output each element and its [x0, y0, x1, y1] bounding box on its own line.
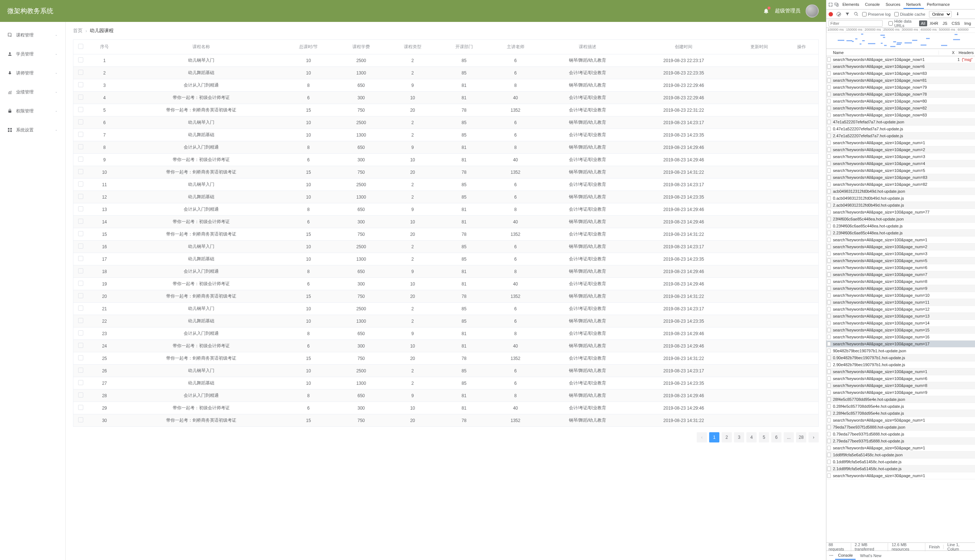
- request-row[interactable]: search?keywords=All&page_size=10&page_nu…: [827, 160, 975, 167]
- col-header-7[interactable]: 课程描述: [541, 40, 634, 54]
- select-all-checkbox[interactable]: [78, 44, 83, 49]
- row-checkbox[interactable]: [78, 330, 83, 335]
- request-row[interactable]: 2.23f4f606c6ae85c448ea.hot-update.js: [827, 230, 975, 237]
- request-row[interactable]: search?keywords=All&page_size=10&page_no…: [827, 98, 975, 105]
- request-row[interactable]: search?keywords=All&page_size=50&page_nu…: [827, 417, 975, 424]
- request-row[interactable]: search?keywords=All&page_size=100&page_n…: [827, 299, 975, 306]
- request-row[interactable]: 0.90e482b79bec190797b1.hot-update.js: [827, 355, 975, 362]
- request-row[interactable]: 90e482b79bec190797b1.hot-update.json: [827, 348, 975, 355]
- table-row[interactable]: 14带你一起考：初级会计师考证6300108140钢琴/舞蹈/幼儿教育2019-…: [73, 216, 819, 228]
- row-checkbox[interactable]: [78, 119, 83, 125]
- col-header-4[interactable]: 课程类型: [387, 40, 438, 54]
- col-header-0[interactable]: 序号: [88, 40, 121, 54]
- request-row[interactable]: 28f4e5c857708dd95e4e.hot-update.json: [827, 396, 975, 403]
- devtools-tab-sources[interactable]: Sources: [883, 1, 903, 9]
- col-header-2[interactable]: 总课时/节: [282, 40, 336, 54]
- row-checkbox[interactable]: [78, 368, 83, 373]
- request-row[interactable]: search?keywords=All&page_size=10&page_nu…: [827, 153, 975, 160]
- inspect-icon[interactable]: [828, 2, 833, 7]
- table-row[interactable]: 3会计从入门到精通86509818钢琴/舞蹈/幼儿教育2019-08-23 22…: [73, 79, 819, 92]
- filter-input[interactable]: [828, 20, 883, 27]
- request-row[interactable]: 2.28f4e5c857708dd95e4e.hot-update.js: [827, 410, 975, 417]
- col-header-9[interactable]: 更新时间: [733, 40, 785, 54]
- row-checkbox[interactable]: [78, 144, 83, 149]
- drawer-tab-whatsnew[interactable]: What's New: [857, 552, 884, 559]
- request-row[interactable]: search?keywords=All&page_size=10&page_no…: [827, 70, 975, 77]
- filter-type-all[interactable]: All: [919, 20, 927, 26]
- request-row[interactable]: search?keywords=All&page_size=100&page_n…: [827, 341, 975, 348]
- request-row[interactable]: 2.acb0498312312fd0b49d.hot-update.js: [827, 202, 975, 209]
- row-checkbox[interactable]: [78, 417, 83, 422]
- record-button[interactable]: [828, 12, 833, 17]
- table-row[interactable]: 2幼儿舞蹈基础1013002856会计/考证/职业教育2019-08-23 22…: [73, 67, 819, 79]
- devtools-tab-console[interactable]: Console: [862, 1, 883, 9]
- table-row[interactable]: 6幼儿钢琴入门1025002856钢琴/舞蹈/幼儿教育2019-08-23 14…: [73, 117, 819, 129]
- preserve-log-checkbox[interactable]: Preserve log: [862, 12, 891, 17]
- row-checkbox[interactable]: [78, 219, 83, 224]
- row-checkbox[interactable]: [78, 206, 83, 212]
- breadcrumb-home[interactable]: 首页: [73, 27, 83, 34]
- request-row[interactable]: search?keywords=All&page_size=10&page_no…: [827, 112, 975, 118]
- row-checkbox[interactable]: [78, 318, 83, 323]
- request-row[interactable]: search?keywords=All&page_size=10&page_no…: [827, 56, 975, 63]
- clear-button[interactable]: [837, 12, 841, 17]
- request-row[interactable]: search?keywords=All&page_size=100&page_n…: [827, 257, 975, 264]
- request-row[interactable]: 47e1a522207efefad7a7.hot-update.json: [827, 118, 975, 126]
- col-headers[interactable]: Headers: [957, 50, 975, 55]
- table-row[interactable]: 25带你一起考：剑桥商务英语初级考证1575020781352会计/考证/职业教…: [73, 352, 819, 365]
- table-row[interactable]: 23会计从入门到精通86509818会计/考证/职业教育2019-08-23 1…: [73, 327, 819, 340]
- request-row[interactable]: search?keywords=All&page_size=100&page_n…: [827, 320, 975, 327]
- table-row[interactable]: 1幼儿钢琴入门1025002856钢琴/舞蹈/幼儿教育2019-08-23 22…: [73, 54, 819, 67]
- row-checkbox[interactable]: [78, 231, 83, 236]
- table-row[interactable]: 21幼儿钢琴入门1025002856会计/考证/职业教育2019-08-23 1…: [73, 303, 819, 315]
- request-row[interactable]: search?keywords=All&page_size=100&page_n…: [827, 278, 975, 285]
- row-checkbox[interactable]: [78, 95, 83, 100]
- page-2[interactable]: 2: [722, 432, 732, 442]
- request-row[interactable]: 0.1dd8f9fcfa5e6a51458c.hot-update.js: [827, 458, 975, 465]
- upload-download-icon[interactable]: [955, 12, 960, 17]
- row-checkbox[interactable]: [78, 194, 83, 199]
- request-row[interactable]: search?keywords=All&page_size=100&page_n…: [827, 271, 975, 278]
- table-row[interactable]: 18会计从入门到精通86509818钢琴/舞蹈/幼儿教育2019-08-23 1…: [73, 265, 819, 278]
- request-row[interactable]: search?keywords=All&page_size=10&page_no…: [827, 91, 975, 98]
- request-row[interactable]: search?keywords=All&page_size=100&page_n…: [827, 327, 975, 334]
- col-header-1[interactable]: 课程名称: [121, 40, 282, 54]
- request-row[interactable]: 2.90e482b79bec190797b1.hot-update.js: [827, 362, 975, 368]
- request-row[interactable]: search?keywords=All&page_size=50&page_nu…: [827, 445, 975, 452]
- request-row[interactable]: search?keywords=All&page_size=10&page_nu…: [827, 181, 975, 188]
- table-row[interactable]: 15带你一起考：剑桥商务英语初级考证1575020781352会计/考证/职业教…: [73, 228, 819, 240]
- drawer-menu-icon[interactable]: [828, 553, 834, 558]
- table-row[interactable]: 27幼儿舞蹈基础1013002856会计/考证/职业教育2019-08-23 1…: [73, 377, 819, 390]
- table-row[interactable]: 24带你一起考：初级会计师考证6300108140钢琴/舞蹈/幼儿教育2019-…: [73, 340, 819, 352]
- row-checkbox[interactable]: [78, 293, 83, 298]
- row-checkbox[interactable]: [78, 132, 83, 137]
- request-row[interactable]: search?keywords=All&page_size=100&page_n…: [827, 313, 975, 320]
- col-header-6[interactable]: 主讲老师: [490, 40, 541, 54]
- row-checkbox[interactable]: [78, 107, 83, 112]
- table-row[interactable]: 30带你一起考：剑桥商务英语初级考证1575020781352钢琴/舞蹈/幼儿教…: [73, 414, 819, 427]
- request-row[interactable]: search?keywords=All&page_size=100&page_n…: [827, 209, 975, 216]
- request-row[interactable]: search?keywords=All&page_size=100&page_n…: [827, 243, 975, 250]
- page-next[interactable]: ›: [808, 432, 819, 442]
- row-checkbox[interactable]: [78, 343, 83, 348]
- request-row[interactable]: search?keywords=All&page_size=10&page_nu…: [827, 174, 975, 181]
- row-checkbox[interactable]: [78, 157, 83, 162]
- disable-cache-checkbox[interactable]: Disable cache: [894, 12, 925, 17]
- filter-toggle-icon[interactable]: [845, 12, 850, 17]
- username[interactable]: 超级管理员: [775, 8, 800, 14]
- page-...[interactable]: ...: [783, 432, 794, 442]
- request-row[interactable]: 2.79eda77bee937f1d5888.hot-update.js: [827, 438, 975, 445]
- timeline[interactable]: 100000 ms150000 ms200000 ms250000 ms3000…: [827, 28, 975, 49]
- throttle-select[interactable]: Online: [929, 11, 952, 18]
- col-x[interactable]: X: [938, 50, 957, 55]
- row-checkbox[interactable]: [78, 355, 83, 360]
- request-row[interactable]: search?keywords=All&page_size=10&page_no…: [827, 105, 975, 112]
- row-checkbox[interactable]: [78, 405, 83, 410]
- devtools-tab-elements[interactable]: Elements: [840, 1, 862, 9]
- sidebar-item-chart[interactable]: 业绩管理: [0, 83, 65, 102]
- request-row[interactable]: 2.47e1a522207efefad7a7.hot-update.js: [827, 133, 975, 140]
- request-row[interactable]: search?keywords=All&page_size=10&page_no…: [827, 63, 975, 70]
- page-prev[interactable]: ‹: [697, 432, 707, 442]
- device-toggle-icon[interactable]: [834, 2, 839, 7]
- request-row[interactable]: search?keywords=All&page_size=100&page_n…: [827, 382, 975, 389]
